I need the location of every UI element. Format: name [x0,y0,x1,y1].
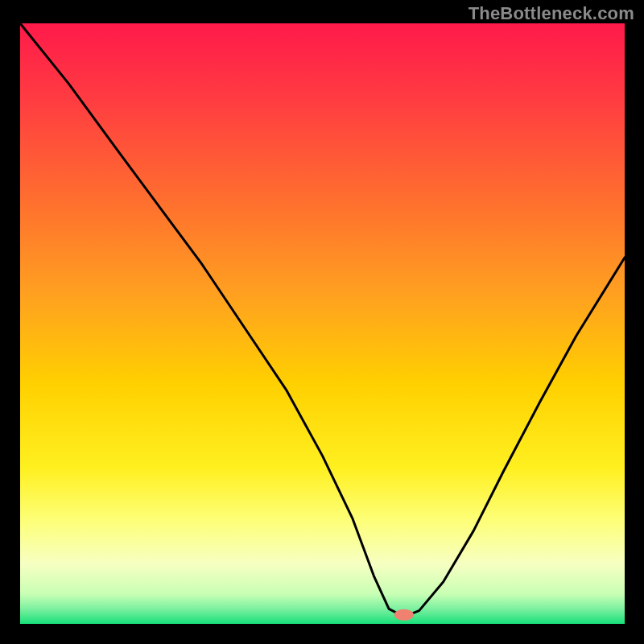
plot-svg [20,23,625,624]
optimal-marker [394,609,414,621]
watermark-text: TheBottleneck.com [469,3,634,24]
plot-area [20,23,625,624]
chart-frame: TheBottleneck.com [0,0,644,644]
gradient-background [20,23,625,624]
